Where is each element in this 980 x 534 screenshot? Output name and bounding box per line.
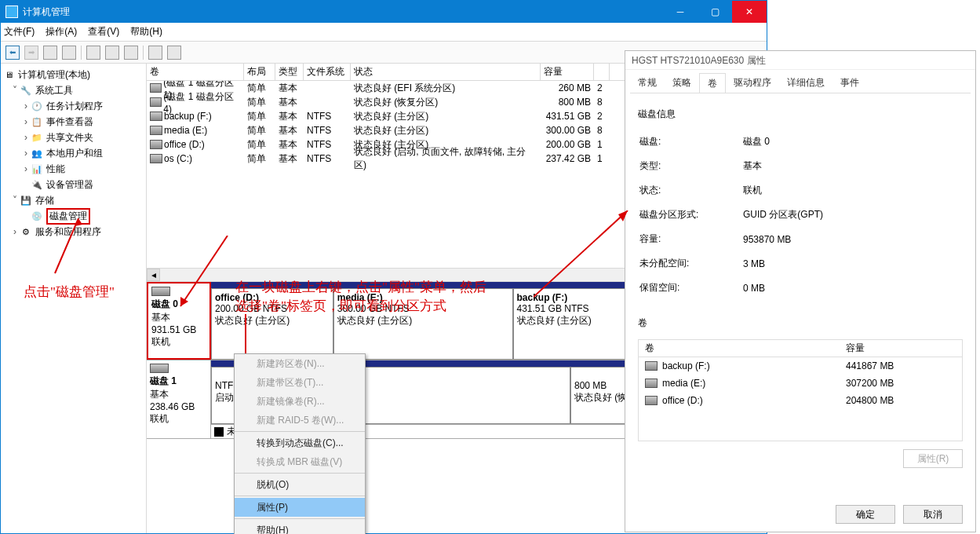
ctx-offline[interactable]: 脱机(O) <box>235 475 365 494</box>
ctx-convert-dynamic[interactable]: 转换到动态磁盘(C)... <box>235 433 365 452</box>
legend-unallocated-icon <box>214 427 224 437</box>
titlebar: 计算机管理 ─ ▢ ✕ <box>1 1 767 23</box>
disk-context-menu: 新建跨区卷(N)... 新建带区卷(T)... 新建镜像卷(R)... 新建 R… <box>234 353 366 534</box>
wrench-icon: 🔧 <box>20 84 32 97</box>
tab-details[interactable]: 详细信息 <box>779 73 832 93</box>
ctx-convert-mbr: 转换成 MBR 磁盘(V) <box>235 452 365 471</box>
disk-info-heading: 磁盘信息 <box>638 108 963 121</box>
disk-0-info[interactable]: 磁盘 0 基本 931.51 GB 联机 <box>147 282 211 360</box>
menu-action[interactable]: 操作(A) <box>46 25 77 38</box>
tree-diskmgmt[interactable]: 磁盘管理 <box>46 208 90 225</box>
tree-storage[interactable]: 存储 <box>35 194 54 207</box>
app-icon <box>5 5 18 18</box>
maximize-button[interactable]: ▢ <box>698 1 732 23</box>
toolbar-icon[interactable] <box>105 46 119 60</box>
col-capacity[interactable]: 容量 <box>541 64 594 80</box>
ctx-help[interactable]: 帮助(H) <box>235 521 365 534</box>
tab-driver[interactable]: 驱动程序 <box>726 73 779 93</box>
ctx-new-striped: 新建带区卷(T)... <box>235 373 365 392</box>
toolbar-icon[interactable] <box>167 46 181 60</box>
disk-icon: 💿 <box>31 210 43 222</box>
ctx-new-mirrored: 新建镜像卷(R)... <box>235 392 365 411</box>
tree-item[interactable]: 事件查看器 <box>46 115 93 129</box>
window-title: 计算机管理 <box>23 5 663 19</box>
annotation-2a: 在一块磁盘上右键，点击"属性"菜单，然后 <box>235 278 486 296</box>
col-filesystem[interactable]: 文件系统 <box>304 64 351 80</box>
tree-item[interactable]: 任务计划程序 <box>46 100 103 113</box>
tab-volumes[interactable]: 卷 <box>699 73 726 93</box>
device-icon: 🔌 <box>31 178 43 191</box>
volumes-heading: 卷 <box>638 316 963 330</box>
close-button[interactable]: ✕ <box>732 1 767 23</box>
ctx-properties[interactable]: 属性(P) <box>235 498 365 517</box>
ok-button[interactable]: 确定 <box>836 505 895 524</box>
tree-item[interactable]: 共享文件夹 <box>46 131 93 144</box>
ctx-new-raid5: 新建 RAID-5 卷(W)... <box>235 411 365 430</box>
services-icon: ⚙ <box>20 225 32 238</box>
storage-icon: 💾 <box>20 194 32 207</box>
users-icon: 👥 <box>31 147 43 159</box>
disk-properties-dialog: HGST HTS721010A9E630 属性 常规 策略 卷 驱动程序 详细信… <box>625 50 976 532</box>
disk-info-table: 磁盘:磁盘 0类型:基本状态:联机磁盘分区形式:GUID 分区表(GPT)容量:… <box>638 129 963 301</box>
dialog-tabs: 常规 策略 卷 驱动程序 详细信息 事件 <box>630 73 971 93</box>
dialog-volume-row[interactable]: backup (F:)441867 MB <box>639 357 962 375</box>
toolbar-icon[interactable] <box>148 46 162 60</box>
tree-item[interactable]: 性能 <box>46 163 65 176</box>
volumes-box: 卷容量 backup (F:)441867 MBmedia (E:)307200… <box>638 339 963 441</box>
scroll-left-icon[interactable]: ◂ <box>147 269 160 281</box>
inner-properties-button: 属性(R) <box>903 449 963 468</box>
forward-icon: ➡ <box>24 46 38 60</box>
back-icon[interactable]: ⬅ <box>5 46 20 60</box>
tree-item[interactable]: 设备管理器 <box>46 178 93 192</box>
disk-1-info[interactable]: 磁盘 1 基本 238.46 GB 联机 <box>147 360 211 438</box>
menu-file[interactable]: 文件(F) <box>4 25 35 38</box>
dialog-volume-row[interactable]: media (E:)307200 MB <box>639 375 962 392</box>
menubar: 文件(F) 操作(A) 查看(V) 帮助(H) <box>1 23 767 42</box>
col-layout[interactable]: 布局 <box>244 64 275 80</box>
minimize-button[interactable]: ─ <box>663 1 698 23</box>
dialog-volume-row[interactable]: office (D:)204800 MB <box>639 392 962 409</box>
toolbar-icon[interactable] <box>86 46 100 60</box>
col-type[interactable]: 类型 <box>275 64 304 80</box>
annotation-1: 点击"磁盘管理" <box>24 283 115 301</box>
event-icon: 📋 <box>31 115 43 128</box>
share-icon: 📁 <box>31 131 43 144</box>
tree-systools[interactable]: 系统工具 <box>35 84 73 97</box>
toolbar-icon[interactable] <box>124 46 138 60</box>
tree-root[interactable]: 计算机管理(本地) <box>18 68 90 82</box>
dialog-title: HGST HTS721010A9E630 属性 <box>625 51 975 70</box>
computer-icon: 🖥 <box>2 68 15 81</box>
tab-general[interactable]: 常规 <box>630 73 665 93</box>
menu-view[interactable]: 查看(V) <box>88 25 119 38</box>
ctx-new-spanned: 新建跨区卷(N)... <box>235 354 365 373</box>
disk-icon <box>151 287 170 296</box>
menu-help[interactable]: 帮助(H) <box>130 25 162 38</box>
tree-item[interactable]: 本地用户和组 <box>46 147 103 160</box>
disk-icon <box>150 364 169 373</box>
tree-services[interactable]: 服务和应用程序 <box>35 225 101 239</box>
col-volume[interactable]: 卷 <box>147 64 244 80</box>
scheduler-icon: 🕐 <box>31 100 43 112</box>
cancel-button[interactable]: 取消 <box>903 505 963 524</box>
tab-events[interactable]: 事件 <box>832 73 867 93</box>
toolbar-icon[interactable] <box>43 46 57 60</box>
perf-icon: 📊 <box>31 163 43 175</box>
annotation-2b: 选择"卷"标签页，即可看到分区方式 <box>235 297 446 315</box>
tab-policy[interactable]: 策略 <box>665 73 699 93</box>
toolbar-icon[interactable] <box>62 46 76 60</box>
col-status[interactable]: 状态 <box>351 64 541 80</box>
